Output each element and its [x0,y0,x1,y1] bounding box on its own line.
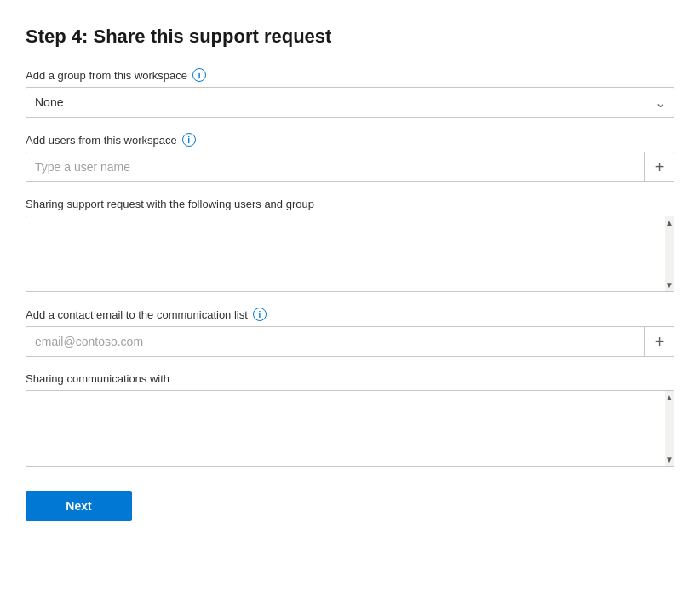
contact-email-info-icon[interactable]: i [253,308,267,321]
sharing-comms-box: ▲ ▼ [26,390,674,467]
sharing-users-box: ▲ ▼ [26,216,674,292]
user-name-input[interactable] [26,152,674,182]
group-dropdown[interactable]: None [26,87,674,118]
sharing-users-section: Sharing support request with the followi… [26,198,674,292]
contact-email-label-text: Add a contact email to the communication… [26,308,248,321]
group-section-label: Add a group from this workspace i [26,68,674,82]
sharing-users-label: Sharing support request with the followi… [26,198,674,210]
users-label-text: Add users from this workspace [26,134,177,147]
scroll-down-icon[interactable]: ▼ [665,280,674,290]
sharing-comms-label: Sharing communications with [26,372,674,385]
users-info-icon[interactable]: i [182,133,196,147]
page-title: Step 4: Share this support request [26,26,674,48]
users-section: Add users from this workspace i + [26,133,674,182]
next-button[interactable]: Next [26,491,132,521]
contact-email-input-wrapper: + [26,326,674,357]
sharing-users-scrollbar: ▲ ▼ [665,216,674,291]
add-email-button[interactable]: + [644,326,674,357]
add-user-button[interactable]: + [644,152,674,182]
group-dropdown-wrapper: None ⌄ [26,87,674,118]
contact-email-section-label: Add a contact email to the communication… [26,308,674,321]
group-label-text: Add a group from this workspace [26,69,187,82]
comms-scroll-down-icon[interactable]: ▼ [665,455,674,464]
group-info-icon[interactable]: i [192,68,206,82]
contact-email-input[interactable] [26,326,674,357]
scroll-up-icon[interactable]: ▲ [665,218,674,227]
sharing-comms-scrollbar: ▲ ▼ [665,391,674,466]
sharing-comms-section: Sharing communications with ▲ ▼ [26,372,674,467]
users-input-wrapper: + [26,152,674,182]
group-section: Add a group from this workspace i None ⌄ [26,68,674,118]
contact-email-section: Add a contact email to the communication… [26,308,674,357]
page-container: Step 4: Share this support request Add a… [0,0,700,598]
users-section-label: Add users from this workspace i [26,133,674,147]
comms-scroll-up-icon[interactable]: ▲ [665,393,674,402]
